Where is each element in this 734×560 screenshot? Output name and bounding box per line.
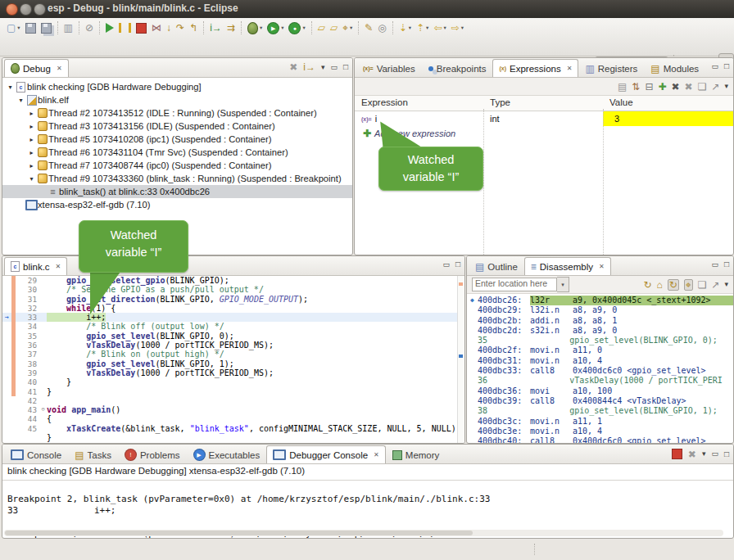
line-number[interactable]: 36 — [16, 341, 39, 350]
code-line[interactable]: } — [2, 433, 464, 442]
dropdown-arrow-icon[interactable]: ▾ — [461, 25, 464, 31]
tab-variables[interactable]: (x)=Variables — [356, 59, 422, 77]
debug-tree-row[interactable]: ▸Thread #6 1073431104 (Tmr Svc) (Suspend… — [2, 146, 352, 159]
back-icon[interactable]: ⇦▾ — [431, 20, 448, 36]
annotation-ruler[interactable] — [2, 276, 11, 285]
save-all-icon[interactable] — [39, 20, 54, 36]
tree-expander-icon[interactable]: ▾ — [6, 84, 15, 91]
disassembly-line[interactable]: 400dbc29:l32i.na8, a9, 0 — [467, 305, 733, 315]
annotation-ruler[interactable] — [2, 368, 11, 377]
value-cell[interactable]: 3 — [603, 111, 733, 126]
line-number[interactable]: 35 — [16, 332, 39, 341]
terminate-console-icon[interactable] — [672, 449, 682, 459]
maximize-icon[interactable]: □ — [724, 62, 729, 70]
dropdown-arrow-icon[interactable]: ▾ — [426, 25, 428, 31]
number-format-icon[interactable]: ⇅ — [632, 82, 640, 92]
debug-tree-row[interactable]: ▾Thread #9 1073433360 (blink_task : Runn… — [2, 172, 352, 185]
column-header-expression[interactable]: Expression — [355, 96, 483, 111]
tab-console[interactable]: Console — [4, 445, 68, 463]
code-line[interactable]: 34 /* Blink off (output low) */ — [2, 322, 464, 331]
disassembly-line[interactable]: 400dbc31:movi.na10, 4 — [467, 356, 733, 366]
line-number[interactable]: 39 — [16, 368, 39, 377]
save-icon[interactable] — [23, 20, 39, 36]
column-header-type[interactable]: Type — [483, 96, 603, 111]
debug-tree-row[interactable]: ≡blink_task() at blink.c:33 0x400dbc26 — [2, 185, 352, 198]
location-dropdown-icon[interactable]: ▾ — [557, 277, 569, 292]
show-source-icon[interactable]: ⇉ — [224, 20, 238, 36]
link-view-icon[interactable]: ↗ — [711, 280, 719, 290]
pin-editor-icon[interactable]: ⇡▾ — [414, 20, 431, 36]
overview-ruler[interactable] — [457, 276, 464, 443]
debug-tree-row[interactable]: ▸Thread #2 1073413512 (IDLE : Running) (… — [2, 106, 352, 120]
tree-expander-icon[interactable]: ▸ — [27, 123, 36, 130]
tab-debug[interactable]: Debug✕ — [4, 59, 69, 77]
sync-context-icon[interactable]: ↻ — [668, 279, 679, 291]
tab-executables[interactable]: ▶Executables — [187, 445, 267, 463]
annotation-ruler[interactable] — [2, 295, 11, 304]
step-return-icon[interactable]: ↰ — [187, 20, 200, 36]
view-menu-icon[interactable]: ▾ — [724, 83, 728, 90]
line-number[interactable]: 45 — [16, 424, 39, 433]
dropdown-arrow-icon[interactable]: ▾ — [443, 25, 446, 31]
new-c-project-icon[interactable]: ▱ — [315, 20, 328, 36]
code-line[interactable]: 35 gpio_set_level(BLINK_GPIO, 0); — [2, 332, 464, 341]
code-line[interactable]: 39 vTaskDelay(1000 / portTICK_PERIOD_MS)… — [2, 368, 464, 377]
disassembly-line[interactable]: 400dbc33:call80x400dc6c0 <gpio_set_level… — [467, 366, 733, 376]
view-menu-icon[interactable]: ▾ — [321, 64, 325, 71]
annotation-ruler[interactable] — [2, 359, 11, 368]
line-number[interactable]: 38 — [16, 359, 39, 368]
code-line[interactable]: 44{ — [2, 414, 464, 423]
code-line[interactable]: 43⊖void app_main() — [2, 405, 464, 414]
tab-problems[interactable]: !Problems — [118, 445, 187, 463]
code-line[interactable]: 30 /* Set the GPIO as a push/pull output… — [2, 285, 464, 294]
tab-modules[interactable]: ▤Modules — [644, 59, 705, 77]
forward-icon[interactable]: ⇨▾ — [449, 20, 466, 36]
line-number[interactable]: 32 — [16, 304, 39, 313]
disassembly-line[interactable]: 36 vTaskDelay(1000 / portTICK_PERI — [467, 376, 733, 386]
code-line[interactable]: 41} — [2, 387, 464, 396]
search-icon[interactable]: ⌖▾ — [340, 20, 355, 36]
annotation-ruler[interactable] — [2, 322, 11, 331]
remove-all-terminated-icon[interactable]: ✖ — [289, 62, 297, 72]
console-horizontal-scrollbar[interactable] — [4, 530, 723, 536]
add-expression-icon[interactable]: ✚ — [363, 128, 371, 139]
code-line[interactable]: 45 xTaskCreate(&blink_task, "blink_task"… — [2, 424, 464, 433]
annotation-ruler[interactable] — [2, 332, 11, 341]
disassembly-line[interactable]: 400dbc3e:movi.na10, 4 — [467, 427, 733, 436]
code-line[interactable]: 37 /* Blink on (output high) */ — [2, 350, 464, 359]
tree-expander-icon[interactable]: ▾ — [27, 175, 36, 183]
fold-marker-icon[interactable]: ⊖ — [39, 405, 47, 414]
tab-expressions[interactable]: (x)Expressions✕ — [492, 59, 578, 77]
refresh-icon[interactable]: ↻ — [644, 280, 652, 290]
maximize-icon[interactable]: □ — [455, 260, 460, 269]
build-icon[interactable]: ▥ — [61, 20, 75, 36]
code-line[interactable]: 42 — [2, 396, 464, 405]
debug-tree-row[interactable]: ▾cblink checking [GDB Hardware Debugging… — [2, 80, 352, 93]
location-input[interactable]: Enter location here — [472, 278, 557, 291]
add-expression-icon[interactable]: ✚ — [658, 82, 666, 92]
disassembly-line[interactable]: 38 gpio_set_level(BLINK_GPIO, 1); — [467, 406, 733, 416]
window-close-button[interactable] — [6, 3, 18, 16]
disassembly-line[interactable]: 35 gpio_set_level(BLINK_GPIO, 0); — [467, 336, 733, 345]
disconnect-icon[interactable]: ⋈ — [149, 20, 164, 36]
skip-all-breakpoints-icon[interactable]: ⊘ — [83, 20, 96, 36]
line-number[interactable]: 37 — [16, 350, 39, 359]
step-into-icon[interactable]: ↓ — [164, 20, 174, 36]
code-line[interactable]: 40 } — [2, 377, 464, 386]
line-number[interactable]: 40 — [16, 377, 39, 386]
line-number[interactable]: 43 — [16, 405, 39, 414]
code-line[interactable]: 32 while(1) { — [2, 304, 464, 313]
column-header-value[interactable]: Value — [603, 96, 733, 111]
debug-tree-row[interactable]: ▾blink.elf — [2, 93, 352, 106]
track-expression-icon[interactable]: ⌖ — [684, 279, 693, 291]
tab-close-icon[interactable]: ✕ — [56, 263, 61, 270]
disassembly-line[interactable]: 400dbc2b:addi.na8, a8, 1 — [467, 316, 733, 326]
disassembly-line[interactable]: 400dbc40:call80x400dc6c0 <gpio_set_level… — [467, 436, 733, 443]
tab-blink-c[interactable]: cblink.c✕ — [4, 257, 67, 275]
dropdown-arrow-icon[interactable]: ▾ — [302, 25, 305, 31]
disassembly-line[interactable]: 400dbc2d:s32i.na8, a9, 0 — [467, 326, 733, 336]
dropdown-arrow-icon[interactable]: ▾ — [350, 25, 352, 31]
new-view-icon[interactable]: ❏ — [698, 280, 707, 290]
tree-expander-icon[interactable]: ▸ — [27, 149, 36, 156]
annotation-ruler[interactable] — [2, 350, 11, 359]
